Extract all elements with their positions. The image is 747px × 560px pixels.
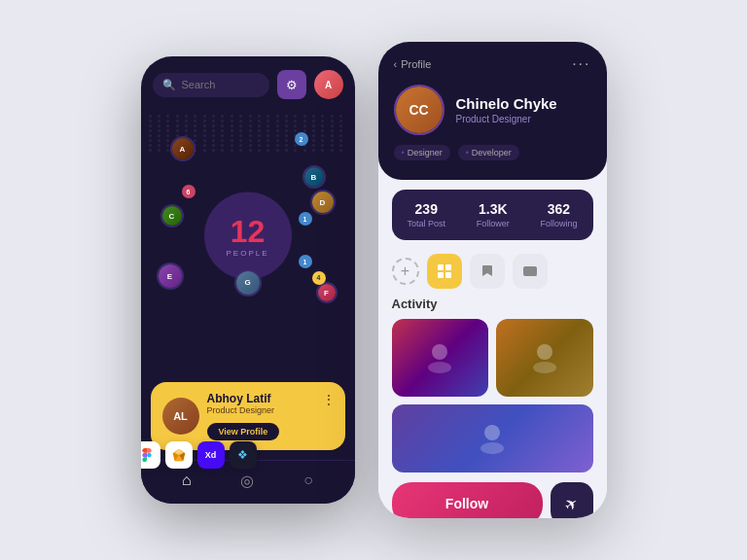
tool-badges: Xd ❖	[141, 441, 257, 469]
svg-point-15	[533, 362, 556, 373]
tag-designer: Designer	[394, 145, 450, 160]
svg-rect-7	[445, 264, 451, 270]
profile-user-row: CC Chinelo Chyke Product Designer	[394, 85, 591, 135]
filter-button[interactable]: ⚙	[277, 70, 306, 99]
profile-topbar: ‹ Profile ···	[394, 55, 591, 73]
nav-profile-icon[interactable]: ○	[297, 469, 320, 492]
bottom-actions: Follow ✈	[378, 472, 607, 518]
add-tab-button[interactable]: +	[392, 258, 419, 285]
user-card-role: Product Designer	[207, 405, 334, 415]
xd-tool-badge[interactable]: Xd	[197, 441, 225, 469]
activity-image-3[interactable]	[392, 404, 593, 472]
profile-title: Product Designer	[456, 114, 557, 124]
stat-total-post: 239 Total Post	[408, 201, 446, 228]
people-count-circle: 12 People	[204, 192, 292, 280]
back-chevron-icon: ‹	[394, 58, 398, 70]
search-input[interactable]	[182, 79, 260, 90]
sketch-tool-badge[interactable]	[165, 441, 193, 469]
svg-rect-6	[438, 264, 444, 270]
user-avatar-top[interactable]: A	[314, 70, 343, 99]
grid-tab[interactable]	[427, 254, 462, 289]
badge-1: 2	[295, 132, 308, 146]
svg-point-13	[428, 362, 451, 373]
nav-home-icon[interactable]: ⌂	[175, 469, 198, 492]
badge-3: 1	[299, 212, 312, 226]
profile-header: ‹ Profile ··· CC Chinelo Chyke Product D…	[378, 42, 607, 180]
options-menu-icon[interactable]: ···	[572, 55, 590, 73]
send-icon: ✈	[561, 492, 583, 514]
follow-button[interactable]: Follow	[392, 482, 543, 518]
message-button[interactable]: ✈	[551, 482, 593, 518]
stat-total-post-value: 239	[408, 201, 446, 217]
tag-developer: Developer	[458, 145, 519, 160]
user-card-avatar: AL	[162, 398, 199, 435]
floating-avatar-7[interactable]: G	[234, 269, 262, 297]
svg-rect-9	[445, 272, 451, 278]
map-area: 12 People A B C D E F G	[141, 107, 355, 374]
activity-image-2[interactable]	[496, 319, 593, 397]
stat-follower-label: Follower	[477, 219, 510, 228]
flutter-tool-badge[interactable]: ❖	[230, 441, 257, 469]
floating-avatar-3[interactable]: C	[160, 204, 184, 228]
avatar-image: A	[314, 70, 343, 99]
user-card: AL Abhoy Latif Product Designer View Pro…	[151, 382, 345, 450]
floating-avatar-5[interactable]: E	[157, 262, 184, 290]
profile-info: Chinelo Chyke Product Designer	[456, 95, 557, 124]
svg-point-16	[484, 425, 500, 440]
figma-tool-badge[interactable]	[141, 441, 160, 469]
floating-avatar-6[interactable]: F	[316, 282, 338, 303]
profile-tags: Designer Developer	[394, 145, 591, 160]
floating-avatar-1[interactable]: A	[170, 136, 196, 161]
activity-img-placeholder-3	[392, 404, 593, 472]
back-button[interactable]: ‹ Profile	[394, 58, 432, 70]
image-tab[interactable]	[513, 254, 548, 289]
profile-avatar: CC	[394, 85, 445, 135]
badge-2: 6	[182, 185, 196, 198]
svg-rect-8	[438, 272, 444, 278]
activity-label: Activity	[392, 297, 593, 311]
nav-explore-icon[interactable]: ◎	[235, 469, 259, 492]
people-count: 12	[231, 215, 266, 246]
user-card-menu-icon[interactable]: ⋮	[322, 392, 336, 407]
profile-avatar-image: CC	[396, 87, 443, 133]
people-label: People	[226, 248, 268, 257]
activity-section: Activity	[378, 297, 607, 472]
profile-name: Chinelo Chyke	[456, 95, 557, 112]
svg-point-12	[432, 344, 447, 360]
search-bar[interactable]: 🔍	[153, 73, 269, 97]
stat-follower: 1.3K Follower	[477, 201, 510, 228]
user-card-name: Abhoy Latif	[207, 392, 334, 405]
view-profile-button[interactable]: View Profile	[207, 423, 280, 440]
floating-avatar-2[interactable]: B	[302, 165, 326, 189]
user-card-info: Abhoy Latif Product Designer View Profil…	[207, 392, 334, 440]
activity-img-placeholder-2	[496, 319, 593, 397]
stat-follower-value: 1.3K	[477, 201, 510, 217]
badge-4: 1	[299, 255, 312, 268]
content-tabs-row: +	[378, 250, 607, 293]
activity-img-placeholder-1	[392, 319, 489, 397]
svg-point-17	[480, 442, 504, 454]
stat-following-value: 362	[540, 201, 577, 217]
search-icon: 🔍	[162, 79, 176, 91]
back-label: Profile	[401, 58, 431, 70]
bookmark-tab[interactable]	[470, 254, 505, 289]
badge-5: 4	[312, 271, 326, 285]
activity-image-1[interactable]	[392, 319, 489, 397]
left-phone: 🔍 ⚙ A	[141, 56, 355, 504]
stat-following: 362 Following	[540, 201, 577, 228]
svg-point-14	[537, 344, 552, 360]
floating-avatar-4[interactable]: D	[310, 190, 336, 215]
top-bar: 🔍 ⚙ A	[141, 56, 355, 107]
activity-grid	[392, 319, 593, 472]
stats-row: 239 Total Post 1.3K Follower 362 Followi…	[392, 190, 593, 240]
stat-total-post-label: Total Post	[408, 219, 446, 228]
right-phone: ‹ Profile ··· CC Chinelo Chyke Product D…	[378, 42, 607, 518]
stat-following-label: Following	[540, 219, 577, 228]
filter-icon: ⚙	[286, 78, 298, 92]
